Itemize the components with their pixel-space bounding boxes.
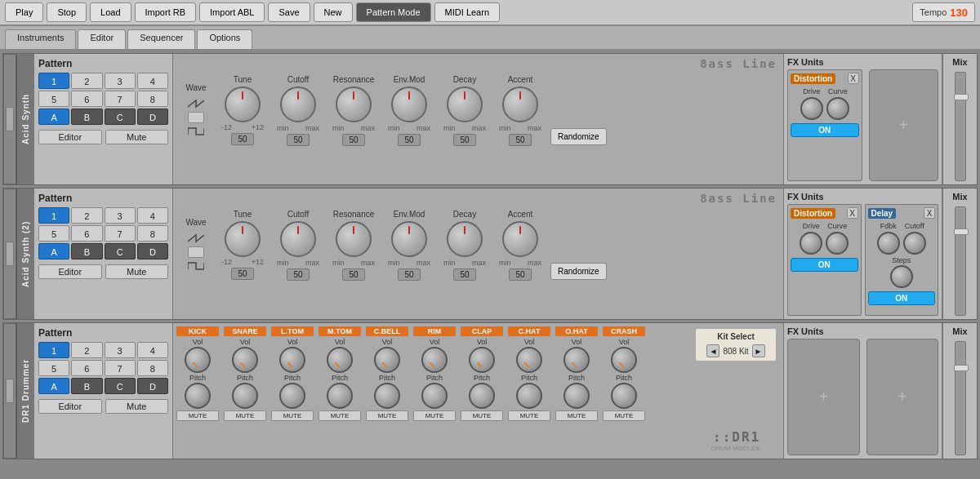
pattern-btn-B[interactable]: B bbox=[71, 109, 102, 125]
track1-editor-btn[interactable]: Editor bbox=[38, 130, 102, 144]
tab-options[interactable]: Options bbox=[197, 29, 252, 49]
ltom-mute-btn[interactable]: MUTE bbox=[271, 410, 314, 421]
kick-pitch-knob[interactable] bbox=[185, 383, 211, 409]
track3-mix-handle[interactable] bbox=[954, 365, 969, 371]
pattern-mode-button[interactable]: Pattern Mode bbox=[356, 2, 431, 22]
track3-fx-add-btn-1[interactable]: + bbox=[787, 339, 860, 455]
track3-pattern-btn-A[interactable]: A bbox=[38, 378, 69, 394]
mtom-pitch-knob[interactable] bbox=[327, 383, 353, 409]
track3-mix-fader[interactable] bbox=[955, 341, 966, 455]
ohat-pitch-knob[interactable] bbox=[564, 383, 590, 409]
ltom-vol-knob[interactable] bbox=[279, 347, 305, 373]
pattern-btn-7[interactable]: 7 bbox=[105, 91, 136, 107]
pattern-btn-1[interactable]: 1 bbox=[38, 73, 69, 89]
track2-pattern-btn-7[interactable]: 7 bbox=[105, 225, 136, 242]
track2-pattern-btn-C[interactable]: C bbox=[105, 243, 136, 259]
track2-editor-btn[interactable]: Editor bbox=[38, 264, 102, 279]
track1-mute-btn[interactable]: Mute bbox=[105, 130, 169, 144]
track2-mix-handle[interactable] bbox=[954, 228, 969, 235]
track3-pattern-btn-4[interactable]: 4 bbox=[137, 342, 168, 358]
track2-fx-cutoff-knob[interactable] bbox=[903, 232, 926, 255]
chat-vol-knob[interactable] bbox=[516, 347, 542, 373]
track3-pattern-btn-1[interactable]: 1 bbox=[38, 342, 69, 358]
track2-pattern-btn-6[interactable]: 6 bbox=[71, 225, 102, 242]
scroll-widget-3[interactable] bbox=[3, 323, 16, 459]
load-button[interactable]: Load bbox=[90, 2, 131, 22]
scroll-handle-1[interactable] bbox=[6, 107, 14, 131]
cbell-vol-knob[interactable] bbox=[374, 347, 400, 373]
kick-mute-btn[interactable]: MUTE bbox=[176, 410, 219, 421]
wave2-switch-handle[interactable] bbox=[188, 246, 204, 258]
track2-pattern-btn-B[interactable]: B bbox=[71, 243, 102, 259]
track2-randomize-btn[interactable]: Randomize bbox=[550, 263, 607, 280]
play-button[interactable]: Play bbox=[5, 2, 43, 22]
track2-fx-dist-close[interactable]: X bbox=[847, 207, 858, 219]
track3-pattern-btn-D[interactable]: D bbox=[137, 378, 168, 394]
track2-fx-drive-knob[interactable] bbox=[800, 232, 822, 255]
stop-button[interactable]: Stop bbox=[47, 2, 87, 22]
track2-pattern-btn-D[interactable]: D bbox=[137, 243, 168, 259]
track2-pattern-btn-1[interactable]: 1 bbox=[38, 207, 69, 224]
track1-decay-knob[interactable] bbox=[447, 86, 483, 122]
track1-mix-handle[interactable] bbox=[954, 94, 969, 100]
track3-pattern-btn-8[interactable]: 8 bbox=[137, 360, 168, 376]
ohat-vol-knob[interactable] bbox=[564, 347, 590, 373]
track2-mute-btn[interactable]: Mute bbox=[105, 264, 169, 279]
kit-prev-btn[interactable]: ◄ bbox=[706, 344, 719, 357]
import-abl-button[interactable]: Import ABL bbox=[199, 2, 265, 22]
track3-pattern-btn-B[interactable]: B bbox=[71, 378, 102, 394]
rim-vol-knob[interactable] bbox=[421, 347, 448, 373]
crash-vol-knob[interactable] bbox=[611, 347, 637, 373]
track2-pattern-btn-5[interactable]: 5 bbox=[38, 225, 69, 242]
track2-fx-delay-close[interactable]: X bbox=[924, 207, 935, 219]
kit-next-btn[interactable]: ► bbox=[752, 344, 765, 357]
pattern-btn-8[interactable]: 8 bbox=[137, 91, 168, 107]
mtom-mute-btn[interactable]: MUTE bbox=[318, 410, 361, 421]
pattern-btn-D[interactable]: D bbox=[137, 109, 168, 125]
track3-pattern-btn-5[interactable]: 5 bbox=[38, 360, 69, 376]
track1-accent-knob[interactable] bbox=[502, 86, 538, 122]
rim-pitch-knob[interactable] bbox=[421, 383, 448, 409]
scroll-widget-1[interactable] bbox=[3, 54, 16, 184]
tab-instruments[interactable]: Instruments bbox=[5, 29, 76, 49]
track3-pattern-btn-2[interactable]: 2 bbox=[71, 342, 102, 358]
track1-mix-fader[interactable] bbox=[955, 72, 966, 181]
scroll-widget-2[interactable] bbox=[3, 188, 16, 319]
clap-vol-knob[interactable] bbox=[469, 347, 495, 373]
track2-pattern-btn-A[interactable]: A bbox=[38, 243, 69, 259]
track3-pattern-btn-6[interactable]: 6 bbox=[71, 360, 102, 376]
midi-learn-button[interactable]: MIDI Learn bbox=[434, 2, 500, 22]
pattern-btn-5[interactable]: 5 bbox=[38, 91, 69, 107]
track1-envmod-knob[interactable] bbox=[391, 86, 427, 122]
pattern-btn-C[interactable]: C bbox=[105, 109, 136, 125]
pattern-btn-6[interactable]: 6 bbox=[71, 91, 102, 107]
save-button[interactable]: Save bbox=[268, 2, 310, 22]
crash-mute-btn[interactable]: MUTE bbox=[603, 410, 645, 421]
import-rb-button[interactable]: Import RB bbox=[135, 2, 197, 22]
track2-pattern-btn-2[interactable]: 2 bbox=[71, 207, 102, 224]
cbell-mute-btn[interactable]: MUTE bbox=[366, 410, 408, 421]
mtom-vol-knob[interactable] bbox=[327, 347, 353, 373]
track2-pattern-btn-8[interactable]: 8 bbox=[137, 225, 168, 242]
scroll-handle-2[interactable] bbox=[6, 242, 14, 266]
snare-mute-btn[interactable]: MUTE bbox=[224, 410, 266, 421]
track3-pattern-btn-3[interactable]: 3 bbox=[105, 342, 136, 358]
track2-fx-fdbk-knob[interactable] bbox=[877, 232, 900, 255]
track2-fx-curve-knob[interactable] bbox=[826, 232, 849, 255]
track3-mute-btn[interactable]: Mute bbox=[105, 399, 169, 414]
track1-fx-on-btn[interactable]: ON bbox=[791, 123, 859, 137]
crash-pitch-knob[interactable] bbox=[611, 383, 637, 409]
track1-randomize-btn[interactable]: Randomize bbox=[550, 128, 607, 145]
kick-vol-knob[interactable] bbox=[185, 347, 211, 373]
track1-fx-add-btn[interactable]: + bbox=[869, 69, 939, 181]
chat-mute-btn[interactable]: MUTE bbox=[508, 410, 550, 421]
cbell-pitch-knob[interactable] bbox=[374, 383, 400, 409]
track1-resonance-knob[interactable] bbox=[336, 86, 372, 122]
rim-mute-btn[interactable]: MUTE bbox=[413, 410, 456, 421]
track1-cutoff-knob[interactable] bbox=[280, 86, 316, 122]
track3-fx-add-btn-2[interactable]: + bbox=[866, 339, 939, 455]
track2-pattern-btn-4[interactable]: 4 bbox=[137, 207, 168, 224]
track2-fx-delay-on[interactable]: ON bbox=[868, 291, 936, 305]
clap-mute-btn[interactable]: MUTE bbox=[461, 410, 503, 421]
track2-resonance-knob[interactable] bbox=[336, 221, 372, 257]
